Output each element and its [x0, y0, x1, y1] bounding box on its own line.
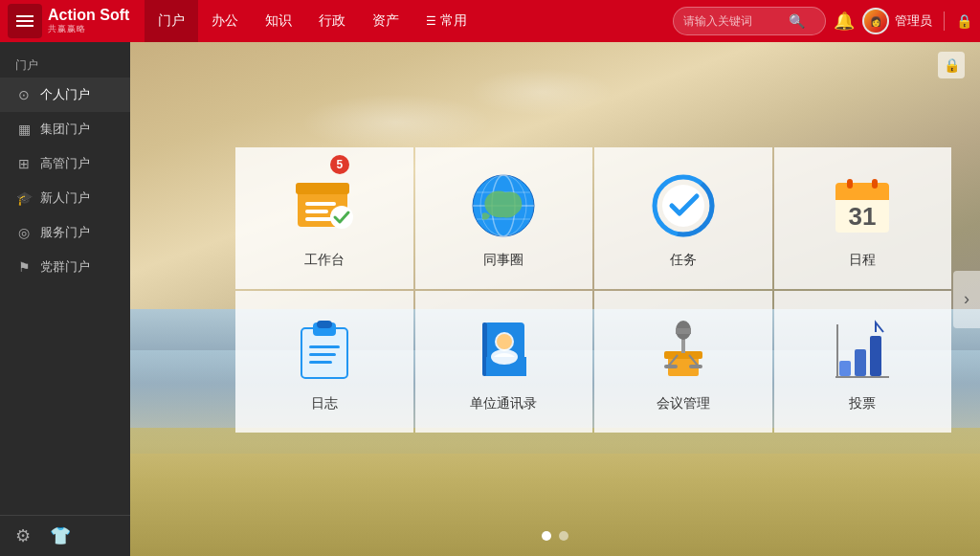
- sidebar-item-personal[interactable]: ⊙ 个人门户: [0, 78, 130, 112]
- building-icon: ▦: [15, 122, 33, 137]
- nav-common-label: 常用: [440, 12, 467, 30]
- app-card-tasks[interactable]: 任务: [594, 147, 772, 289]
- top-navigation: Action Soft 共赢赢略 门户 办公 知识 行政 资产 ☰ 常用 🔍 🔔: [0, 0, 980, 42]
- sidebar-section-title: 门户: [0, 50, 130, 78]
- svg-rect-1: [296, 183, 349, 194]
- tasks-label: 任务: [670, 252, 697, 269]
- sidebar-item-new[interactable]: 🎓 新人门户: [0, 181, 130, 215]
- search-area: 🔍 🔔 👩 管理员 🔒: [673, 7, 972, 35]
- app-card-diary[interactable]: 日志: [235, 291, 413, 433]
- hamburger-small-icon: ☰: [426, 14, 436, 28]
- nav-item-portal[interactable]: 门户: [145, 0, 198, 42]
- schedule-label: 日程: [849, 252, 876, 269]
- worktable-badge: 5: [330, 155, 349, 174]
- sidebar-party-label: 党群门户: [40, 258, 90, 276]
- user-area[interactable]: 👩 管理员: [862, 8, 932, 34]
- nav-portal-label: 门户: [158, 12, 185, 30]
- sidebar-item-group[interactable]: ▦ 集团门户: [0, 112, 130, 146]
- diary-label: 日志: [311, 395, 338, 412]
- nav-divider: [944, 11, 945, 31]
- diary-icon: [290, 315, 359, 384]
- sidebar-executive-label: 高管门户: [40, 155, 90, 172]
- svg-rect-27: [309, 353, 336, 356]
- svg-rect-28: [309, 361, 332, 364]
- worktable-label: 工作台: [304, 252, 345, 269]
- sidebar-personal-label: 个人门户: [40, 86, 90, 103]
- svg-rect-18: [835, 194, 889, 200]
- bell-button[interactable]: 🔔: [834, 11, 855, 32]
- app-card-meeting[interactable]: 会议管理: [594, 291, 772, 433]
- star-icon: ⊞: [15, 156, 33, 171]
- next-page-arrow[interactable]: ›: [953, 271, 980, 328]
- sidebar-item-executive[interactable]: ⊞ 高管门户: [0, 146, 130, 181]
- person-icon: ⊙: [15, 87, 33, 102]
- pagination-dot-1[interactable]: [542, 531, 551, 541]
- search-input[interactable]: [683, 14, 789, 28]
- lock-button[interactable]: 🔒: [956, 13, 972, 29]
- content-area: 🔒 › 5: [130, 42, 980, 556]
- hamburger-button[interactable]: [8, 4, 42, 38]
- brand-name: Action Soft: [48, 7, 129, 24]
- svg-rect-26: [309, 345, 340, 348]
- svg-rect-3: [305, 210, 328, 213]
- meeting-icon-area: [649, 315, 718, 384]
- sidebar-service-label: 服务门户: [40, 224, 90, 241]
- svg-rect-44: [664, 365, 678, 368]
- contacts-icon-area: [469, 315, 538, 384]
- flag-icon: ⚑: [15, 259, 33, 275]
- brand-logo: Action Soft 共赢赢略: [48, 7, 129, 36]
- svg-rect-41: [676, 328, 691, 334]
- worktable-icon: [290, 171, 359, 240]
- diary-icon-area: [290, 315, 359, 384]
- chevron-right-icon: ›: [964, 289, 969, 309]
- nav-admin-label: 行政: [319, 12, 345, 30]
- sidebar-bottom: ⚙ 👕: [0, 515, 130, 556]
- nav-item-common[interactable]: ☰ 常用: [412, 0, 480, 42]
- vote-label: 投票: [849, 395, 876, 412]
- main-area: 门户 ⊙ 个人门户 ▦ 集团门户 ⊞ 高管门户 🎓 新人门户 ◎ 服务门户: [0, 42, 980, 556]
- nav-items: 门户 办公 知识 行政 资产 ☰ 常用: [145, 0, 480, 42]
- vote-icon: [828, 315, 897, 384]
- pagination-dot-2[interactable]: [559, 531, 568, 541]
- nav-assets-label: 资产: [372, 12, 399, 30]
- nav-item-knowledge[interactable]: 知识: [252, 0, 305, 42]
- svg-rect-46: [839, 361, 851, 376]
- app-card-schedule[interactable]: 31 日程: [774, 147, 952, 289]
- app-card-vote[interactable]: 投票: [774, 291, 952, 433]
- sidebar-item-service[interactable]: ◎ 服务门户: [0, 215, 130, 250]
- avatar: 👩: [862, 8, 889, 34]
- nav-knowledge-label: 知识: [265, 12, 292, 30]
- colleagues-icon: [469, 171, 538, 240]
- nav-item-admin[interactable]: 行政: [305, 0, 359, 42]
- meeting-icon: [649, 315, 718, 384]
- search-button[interactable]: 🔍: [789, 13, 805, 29]
- graduate-icon: 🎓: [15, 190, 33, 206]
- tasks-icon-area: [649, 171, 718, 240]
- settings-button[interactable]: ⚙: [15, 525, 31, 546]
- svg-rect-48: [870, 336, 881, 376]
- user-name: 管理员: [895, 12, 932, 30]
- nav-item-assets[interactable]: 资产: [359, 0, 412, 42]
- sidebar-top: 门户 ⊙ 个人门户 ▦ 集团门户 ⊞ 高管门户 🎓 新人门户 ◎ 服务门户: [0, 42, 130, 292]
- nav-item-office[interactable]: 办公: [198, 0, 252, 42]
- sidebar-new-label: 新人门户: [40, 189, 90, 207]
- sidebar: 门户 ⊙ 个人门户 ▦ 集团门户 ⊞ 高管门户 🎓 新人门户 ◎ 服务门户: [0, 42, 130, 556]
- heart-icon: ◎: [15, 225, 33, 240]
- app-card-colleagues[interactable]: 同事圈: [415, 147, 593, 289]
- content-lock-overlay[interactable]: 🔒: [938, 52, 965, 78]
- meeting-label: 会议管理: [657, 395, 710, 412]
- svg-text:31: 31: [849, 202, 877, 231]
- tasks-icon: [649, 171, 718, 240]
- theme-button[interactable]: 👕: [50, 525, 71, 546]
- app-grid: 5 工作台: [235, 147, 951, 433]
- svg-point-15: [662, 185, 704, 227]
- svg-rect-20: [847, 179, 853, 189]
- svg-rect-45: [689, 365, 702, 368]
- colleagues-icon-area: [469, 171, 538, 240]
- worktable-icon-area: [290, 171, 359, 240]
- svg-rect-2: [305, 202, 336, 206]
- sidebar-item-party[interactable]: ⚑ 党群门户: [0, 250, 130, 284]
- vote-icon-area: [828, 315, 897, 384]
- app-card-contacts[interactable]: 单位通讯录: [415, 291, 593, 433]
- app-card-worktable[interactable]: 5 工作台: [235, 147, 413, 289]
